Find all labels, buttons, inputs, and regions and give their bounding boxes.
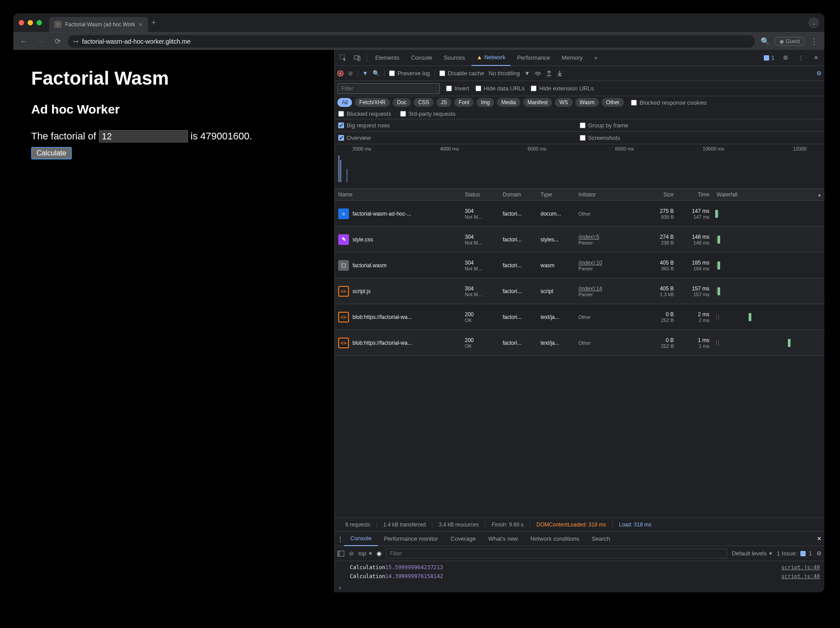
filter-pill-ws[interactable]: WS <box>555 98 572 107</box>
table-row[interactable]: ✎style.css304Not M...factori...styles...… <box>335 227 824 253</box>
col-waterfall[interactable]: Waterfall▴ <box>713 189 824 200</box>
search-icon[interactable]: 🔍 <box>373 70 380 77</box>
new-tab-button[interactable]: + <box>152 18 156 28</box>
tab-memory[interactable]: Memory <box>557 50 588 66</box>
close-drawer-button[interactable]: ✕ <box>817 535 822 542</box>
tab-console[interactable]: Console <box>406 50 438 66</box>
calculate-button[interactable]: Calculate <box>31 147 72 159</box>
hide-ext-urls-checkbox[interactable]: Hide extension URLs <box>531 85 594 92</box>
source-link[interactable]: script.js:40 <box>781 564 820 571</box>
console-issues[interactable]: 1 Issue: 1 <box>777 550 812 557</box>
table-row[interactable]: ⬚factorial.wasm304Not M...factori...wasm… <box>335 253 824 278</box>
number-input[interactable] <box>99 130 188 143</box>
drawer-tab-performance-monitor[interactable]: Performance monitor <box>378 532 444 546</box>
third-party-checkbox[interactable]: 3rd-party requests <box>400 110 456 117</box>
inspect-icon[interactable] <box>336 51 350 65</box>
throttling-caret-icon[interactable]: ▼ <box>524 70 530 77</box>
big-rows-checkbox[interactable]: Big request rows <box>338 122 390 129</box>
table-row[interactable]: <>blob:https://factorial-wa...200OKfacto… <box>335 330 824 356</box>
drawer-tab-search[interactable]: Search <box>586 532 616 546</box>
disable-cache-checkbox[interactable]: Disable cache <box>439 70 484 77</box>
throttling-select[interactable]: No throttling <box>489 70 520 77</box>
console-settings-icon[interactable]: ⚙ <box>816 550 822 557</box>
filter-pill-media[interactable]: Media <box>497 98 520 107</box>
close-tab-button[interactable]: × <box>139 21 142 28</box>
console-prompt[interactable]: › <box>335 583 824 592</box>
filter-pill-js[interactable]: JS <box>436 98 451 107</box>
browser-tab[interactable]: f Factorial Wasm (ad hoc Work × <box>49 17 148 32</box>
record-button[interactable] <box>337 70 344 77</box>
console-line: Calculation 14.399999976158142script.js:… <box>335 572 824 581</box>
tab-elements[interactable]: Elements <box>370 50 405 66</box>
col-size[interactable]: Size <box>637 189 677 200</box>
filter-pill-other[interactable]: Other <box>602 98 624 107</box>
overview-checkbox[interactable]: Overview <box>338 135 371 141</box>
network-conditions-icon[interactable] <box>534 70 541 77</box>
filter-pill-font[interactable]: Font <box>454 98 474 107</box>
group-frame-checkbox[interactable]: Group by frame <box>580 122 628 129</box>
filter-pill-doc[interactable]: Doc <box>393 98 411 107</box>
invert-checkbox[interactable]: Invert <box>446 85 469 92</box>
filter-pill-img[interactable]: Img <box>476 98 494 107</box>
blocked-cookies-checkbox[interactable]: Blocked response cookies <box>631 99 707 106</box>
zoom-icon[interactable]: 🔍 <box>758 35 772 48</box>
reload-button[interactable]: ⟳ <box>51 35 64 48</box>
window-menu-button[interactable]: ⌄ <box>808 17 819 28</box>
network-settings-icon[interactable]: ⚙ <box>816 70 822 77</box>
tab-performance[interactable]: Performance <box>512 50 555 66</box>
browser-menu-button[interactable]: ⋮ <box>807 37 821 46</box>
filter-pill-manifest[interactable]: Manifest <box>523 98 552 107</box>
upload-icon[interactable] <box>546 70 552 77</box>
tab-sources[interactable]: Sources <box>438 50 471 66</box>
address-bar[interactable]: ⊶ factorial-wasm-ad-hoc-worker.glitch.me <box>68 35 755 48</box>
col-domain[interactable]: Domain <box>499 189 537 200</box>
console-filter-input[interactable] <box>386 549 727 559</box>
filter-pill-css[interactable]: CSS <box>414 98 434 107</box>
issues-button[interactable]: 1 <box>761 54 777 61</box>
col-name[interactable]: Name <box>335 189 461 200</box>
table-row[interactable]: ≡factorial-wasm-ad-hoc-...304Not M...fac… <box>335 201 824 227</box>
filter-input[interactable] <box>337 83 440 94</box>
site-info-icon[interactable]: ⊶ <box>73 38 78 45</box>
filter-toggle-icon[interactable]: ▼ <box>362 70 368 77</box>
col-time[interactable]: Time <box>677 189 713 200</box>
table-row[interactable]: <>script.js304Not M...factori...script(i… <box>335 278 824 304</box>
maximize-window-button[interactable] <box>37 20 42 25</box>
sidebar-toggle-icon[interactable] <box>337 551 344 557</box>
screenshots-checkbox[interactable]: Screenshots <box>580 135 620 141</box>
drawer-tab-coverage[interactable]: Coverage <box>444 532 482 546</box>
filter-pill-fetchxhr[interactable]: Fetch/XHR <box>355 98 390 107</box>
back-button[interactable]: ← <box>17 35 30 48</box>
devtools-menu-icon[interactable]: ⋮ <box>794 51 807 65</box>
table-row[interactable]: <>blob:https://factorial-wa...200OKfacto… <box>335 304 824 330</box>
close-window-button[interactable] <box>19 20 24 25</box>
settings-icon[interactable]: ⚙ <box>779 51 792 65</box>
hide-data-urls-checkbox[interactable]: Hide data URLs <box>475 85 525 92</box>
clear-console-button[interactable]: ⊘ <box>349 550 354 557</box>
filter-pill-all[interactable]: All <box>337 98 352 107</box>
tab-network[interactable]: ▲Network <box>471 50 511 66</box>
more-tabs-button[interactable]: » <box>589 50 603 66</box>
blocked-requests-checkbox[interactable]: Blocked requests <box>338 110 391 117</box>
live-expression-icon[interactable]: ◉ <box>377 550 381 557</box>
profile-button[interactable]: ◉ Guest <box>774 37 805 46</box>
forward-button[interactable]: → <box>34 35 47 48</box>
drawer-tab-console[interactable]: Console <box>344 532 378 546</box>
context-select[interactable]: top ▾ <box>358 550 372 557</box>
filter-pill-wasm[interactable]: Wasm <box>575 98 599 107</box>
timeline-overview[interactable]: 2000 ms4000 ms6000 ms8000 ms10000 ms1200… <box>335 144 824 189</box>
col-status[interactable]: Status <box>461 189 499 200</box>
col-initiator[interactable]: Initiator <box>575 189 637 200</box>
minimize-window-button[interactable] <box>28 20 33 25</box>
drawer-menu-icon[interactable]: ⋮ <box>337 535 343 542</box>
drawer-tab-what-s-new[interactable]: What's new <box>482 532 524 546</box>
close-devtools-button[interactable]: ✕ <box>809 51 823 65</box>
source-link[interactable]: script.js:40 <box>781 573 820 579</box>
preserve-log-checkbox[interactable]: Preserve log <box>389 70 430 77</box>
col-type[interactable]: Type <box>537 189 575 200</box>
clear-button[interactable]: ⊘ <box>348 70 353 77</box>
download-icon[interactable] <box>557 70 563 77</box>
log-levels-select[interactable]: Default levels ▾ <box>732 550 772 557</box>
device-toggle-icon[interactable] <box>351 51 364 65</box>
drawer-tab-network-conditions[interactable]: Network conditions <box>524 532 586 546</box>
